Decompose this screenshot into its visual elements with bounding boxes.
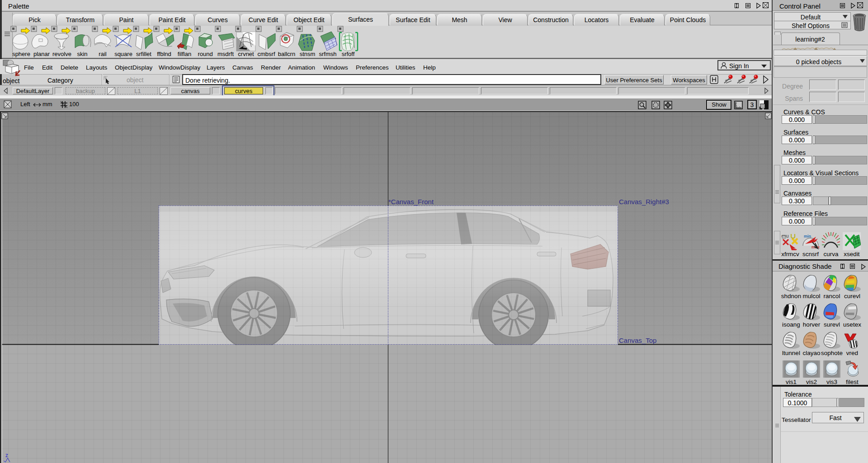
svg-text:*Canvas_Front: *Canvas_Front — [388, 198, 434, 206]
svg-text:Canvas_Right#3: Canvas_Right#3 — [619, 198, 669, 206]
svg-text:▭u: ▭u — [781, 233, 789, 239]
svg-text:Canvas_Top: Canvas_Top — [619, 337, 656, 344]
svg-text:min: min — [804, 234, 811, 239]
svg-text:z: z — [5, 452, 8, 458]
